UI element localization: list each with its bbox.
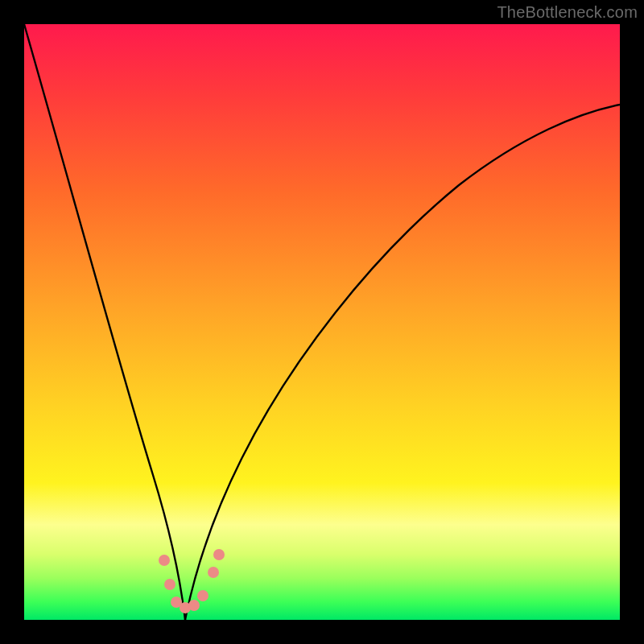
marker-dot — [159, 555, 170, 566]
marker-dot — [208, 567, 219, 578]
curve-left-arm — [24, 24, 185, 620]
watermark-text: TheBottleneck.com — [497, 3, 638, 22]
marker-dot — [164, 579, 175, 590]
marker-dot — [213, 549, 225, 560]
chart-frame: TheBottleneck.com — [0, 0, 644, 644]
curve-svg — [24, 24, 620, 620]
curve-right-arm — [185, 105, 620, 620]
marker-dot — [197, 590, 208, 601]
plot-area — [24, 24, 620, 620]
marker-dot — [188, 600, 200, 611]
